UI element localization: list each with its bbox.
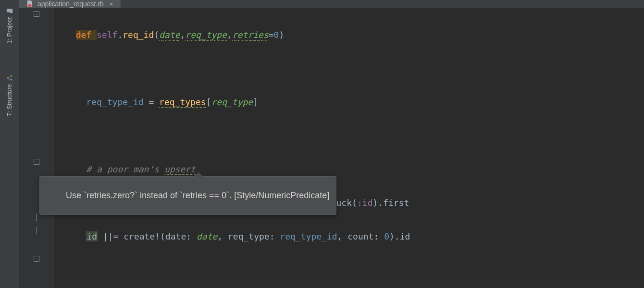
fold-end-marker[interactable] (37, 227, 37, 234)
structure-tool-label: 7: Structure (6, 84, 13, 116)
fold-toggle[interactable] (34, 159, 39, 165)
tab-filename: application_request.rb (37, 0, 104, 8)
structure-icon (6, 74, 13, 81)
code-line[interactable]: req_type_id = req_types[req_type] (65, 96, 644, 109)
ruby-file-icon (26, 0, 34, 8)
editor[interactable]: def self.req_id(date,req_type,retries=0)… (19, 8, 644, 288)
code-line[interactable] (65, 129, 644, 143)
tab-bar: application_request.rb × (19, 0, 644, 8)
inspection-tooltip: Use `retries.zero?` instead of `retries … (39, 176, 336, 215)
folder-icon (6, 8, 13, 14)
fold-end-marker[interactable] (37, 214, 37, 220)
code-line[interactable]: def self.req_id(date,req_type,retries=0) (65, 28, 644, 42)
svg-point-2 (11, 75, 12, 77)
code-line[interactable] (65, 62, 644, 75)
fold-toggle[interactable] (34, 11, 39, 17)
editor-area: application_request.rb × def self.req_id… (19, 0, 644, 288)
tool-window-strip: 1: Project 7: Structure (0, 0, 19, 288)
project-tool-button[interactable]: 1: Project (5, 2, 14, 49)
code-line[interactable]: id ||= create!(date: date, req_type: req… (65, 230, 644, 243)
structure-tool-button[interactable]: 7: Structure (5, 69, 14, 122)
gutter[interactable] (19, 8, 54, 288)
tooltip-text: Use `retries.zero?` instead of `retries … (66, 191, 329, 200)
close-tab-icon[interactable]: × (108, 0, 115, 8)
code-line[interactable]: # a poor man's upsert (65, 163, 644, 176)
editor-tab[interactable]: application_request.rb × (19, 0, 121, 8)
code-area[interactable]: def self.req_id(date,req_type,retries=0)… (54, 8, 644, 288)
project-tool-label: 1: Project (6, 17, 13, 44)
fold-toggle[interactable] (34, 256, 39, 262)
svg-point-0 (11, 78, 12, 80)
code-line[interactable] (65, 264, 644, 277)
